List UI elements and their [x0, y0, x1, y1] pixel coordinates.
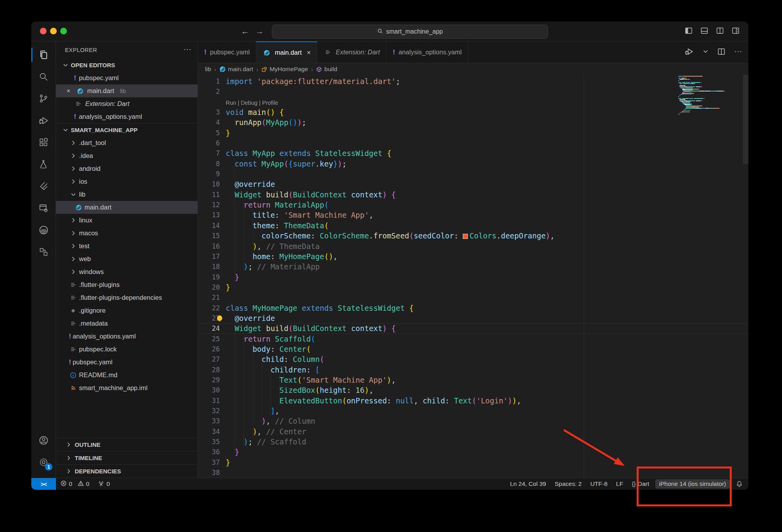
- code-line[interactable]: 8 const MyApp({super.key});: [198, 159, 748, 169]
- open-editor-item[interactable]: !analysis_options.yaml: [56, 110, 198, 123]
- code-line[interactable]: 35 ); // Scaffold: [198, 437, 748, 447]
- tree-file--flutter-plugins[interactable]: .flutter-plugins: [56, 278, 198, 291]
- activity-accounts[interactable]: [31, 429, 56, 451]
- run-or-debug-icon[interactable]: [685, 47, 694, 58]
- code-line[interactable]: 1import 'package:flutter/material.dart';: [198, 76, 748, 86]
- search-box[interactable]: smart_machine_app: [272, 25, 548, 39]
- remote-indicator[interactable]: ><: [31, 478, 56, 490]
- code-line[interactable]: 9: [198, 169, 748, 179]
- notifications-bell-icon[interactable]: [732, 478, 748, 490]
- split-editor-icon[interactable]: [717, 47, 726, 57]
- activity-app-tools[interactable]: [31, 197, 56, 219]
- code-line[interactable]: 5}: [198, 128, 748, 138]
- code-line[interactable]: 33 ), // Column: [198, 416, 748, 426]
- code-line[interactable]: 21: [198, 292, 748, 303]
- tree-folder-linux[interactable]: linux: [56, 214, 198, 227]
- tree-folder-ios[interactable]: ios: [56, 175, 198, 188]
- panel-dependencies[interactable]: DEPENDENCIES: [56, 464, 198, 478]
- code-line[interactable]: 7class MyApp extends StatelessWidget {: [198, 148, 748, 158]
- close-button[interactable]: [40, 28, 47, 34]
- activity-explorer[interactable]: [31, 44, 56, 66]
- tree-folder-macos[interactable]: macos: [56, 227, 198, 240]
- encoding[interactable]: UTF-8: [586, 478, 612, 490]
- tree-file-pubspec-yaml[interactable]: !pubspec.yaml: [56, 356, 198, 369]
- code-line[interactable]: 24 Widget build(BuildContext context) {: [198, 323, 748, 333]
- tab-Extension-Dart[interactable]: Extension: Dart: [317, 41, 387, 63]
- code-line[interactable]: 32 ],: [198, 406, 748, 416]
- close-icon[interactable]: ×: [64, 88, 73, 95]
- more-actions-icon[interactable]: [734, 48, 742, 57]
- code-line[interactable]: 19 }: [198, 272, 748, 282]
- activity-search[interactable]: [31, 66, 56, 88]
- code-line[interactable]: 12 return MaterialApp(: [198, 200, 748, 210]
- activity-settings[interactable]: 1: [31, 451, 56, 473]
- chevron-down-icon[interactable]: [703, 48, 708, 56]
- lightbulb-icon[interactable]: [217, 315, 222, 321]
- activity-flutter[interactable]: [31, 175, 56, 197]
- tab-analysis-options-yaml[interactable]: !analysis_options.yaml: [387, 41, 468, 63]
- activity-source-control[interactable]: [31, 88, 56, 109]
- code-line[interactable]: 14 theme: ThemeData(: [198, 220, 748, 231]
- code-line[interactable]: 28 children: [: [198, 365, 748, 375]
- code-line[interactable]: 25 return Scaffold(: [198, 334, 748, 344]
- tree-file-pubspec-lock[interactable]: pubspec.lock: [56, 343, 198, 356]
- code-line[interactable]: 22class MyHomePage extends StatelessWidg…: [198, 303, 748, 313]
- code-line[interactable]: 6: [198, 138, 748, 148]
- code-line[interactable]: 17 home: MyHomePage(),: [198, 251, 748, 262]
- scrollbar[interactable]: [743, 75, 748, 164]
- tab-main-dart[interactable]: main.dart×: [256, 41, 317, 63]
- code-line[interactable]: 27 child: Column(: [198, 354, 748, 364]
- panel-outline[interactable]: OUTLINE: [56, 438, 198, 451]
- back-icon[interactable]: ←: [241, 27, 249, 36]
- section-project[interactable]: SMART_MACHINE_APP: [56, 123, 198, 136]
- code-line[interactable]: 2: [198, 86, 748, 97]
- code-editor[interactable]: 1import 'package:flutter/material.dart';…: [198, 75, 748, 478]
- code-line[interactable]: 23 @override: [198, 313, 748, 323]
- forward-icon[interactable]: →: [255, 27, 264, 36]
- problems-indicator[interactable]: 00: [56, 478, 93, 490]
- tree-file--flutter-plugins-dependencies[interactable]: .flutter-plugins-dependencies: [56, 291, 198, 304]
- code-line[interactable]: 30 SizedBox(height: 16),: [198, 385, 748, 395]
- code-line[interactable]: 18 ); // MaterialApp: [198, 262, 748, 272]
- code-line[interactable]: 37}: [198, 457, 748, 468]
- code-line[interactable]: 26 body: Center(: [198, 344, 748, 354]
- breadcrumb-item[interactable]: main.dart: [219, 66, 253, 73]
- activity-run-and-debug[interactable]: [31, 109, 56, 131]
- tree-folder--idea[interactable]: .idea: [56, 149, 198, 162]
- code-line[interactable]: 29 Text('Smart Machine App'),: [198, 375, 748, 385]
- code-line[interactable]: 10 @override: [198, 179, 748, 189]
- toggle-secondary-sidebar-icon[interactable]: [716, 27, 724, 36]
- code-line[interactable]: 3void main() {: [198, 107, 748, 117]
- tree-folder--dart-tool[interactable]: .dart_tool: [56, 136, 198, 149]
- code-line[interactable]: 11 Widget build(BuildContext context) {: [198, 190, 748, 200]
- code-line[interactable]: 16 ), // ThemeData: [198, 241, 748, 251]
- tree-file-README-md[interactable]: README.md: [56, 369, 198, 382]
- tree-folder-android[interactable]: android: [56, 162, 198, 175]
- code-line[interactable]: 38: [198, 468, 748, 478]
- tree-file--gitignore[interactable]: .gitignore: [56, 304, 198, 317]
- code-line[interactable]: 34 ), // Center: [198, 426, 748, 437]
- tab-pubspec-yaml[interactable]: !pubspec.yaml: [198, 41, 256, 63]
- breadcrumb-item[interactable]: build: [316, 66, 337, 73]
- panel-timeline[interactable]: TIMELINE: [56, 451, 198, 464]
- code-line[interactable]: 4 runApp(MyApp());: [198, 117, 748, 127]
- minimize-button[interactable]: [50, 28, 57, 34]
- language-mode[interactable]: {}Dart: [627, 478, 654, 490]
- device-selector[interactable]: iPhone 14 (ios simulator): [655, 479, 730, 489]
- customize-layout-icon[interactable]: [732, 27, 740, 36]
- close-icon[interactable]: ×: [307, 49, 311, 57]
- section-open-editors[interactable]: OPEN EDITORS: [56, 59, 198, 72]
- open-editor-item[interactable]: Extension: Dart: [56, 97, 198, 110]
- eol[interactable]: LF: [612, 478, 627, 490]
- activity-extensions[interactable]: [31, 131, 56, 153]
- tree-folder-web[interactable]: web: [56, 253, 198, 265]
- code-line[interactable]: 36 }: [198, 447, 748, 457]
- code-line[interactable]: 20}: [198, 282, 748, 292]
- tree-file-main-dart[interactable]: main.dart: [56, 201, 198, 214]
- tree-file-analysis-options-yaml[interactable]: !analysis_options.yaml: [56, 330, 198, 343]
- zoom-button[interactable]: [60, 28, 67, 34]
- code-line[interactable]: 13 title: 'Smart Machine App',: [198, 210, 748, 220]
- tree-file--metadata[interactable]: .metadata: [56, 317, 198, 330]
- activity-github[interactable]: [31, 219, 56, 241]
- breadcrumb-item[interactable]: MyHomePage: [261, 66, 308, 73]
